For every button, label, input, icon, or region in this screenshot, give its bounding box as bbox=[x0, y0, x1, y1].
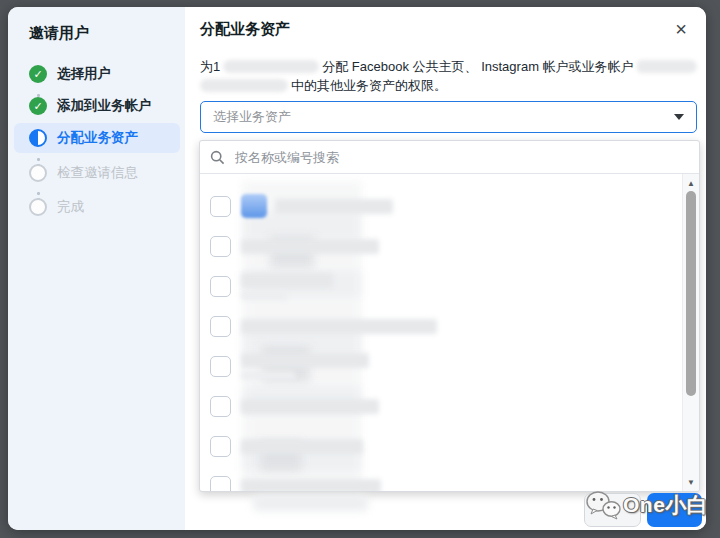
asset-select-dropdown[interactable]: 选择业务资产 bbox=[200, 101, 697, 133]
check-circle-icon: ✓ bbox=[29, 97, 47, 115]
scroll-down-icon[interactable]: ▼ bbox=[683, 475, 699, 489]
redacted-asset-id bbox=[241, 291, 287, 300]
asset-checkbox[interactable] bbox=[210, 356, 231, 377]
redacted-asset-name bbox=[241, 239, 379, 254]
assign-assets-description: 为1 分配 Facebook 公共主页、 Instagram 帐户或业务帐户 中… bbox=[200, 57, 705, 95]
redacted-business-name bbox=[637, 60, 697, 73]
scroll-up-icon[interactable]: ▲ bbox=[683, 176, 699, 190]
asset-search-bar bbox=[200, 141, 699, 174]
asset-list-item[interactable] bbox=[200, 346, 678, 386]
step-label: 完成 bbox=[57, 198, 84, 216]
step-label: 添加到业务帐户 bbox=[57, 97, 152, 115]
asset-list-item[interactable] bbox=[200, 306, 678, 346]
redacted-asset-name bbox=[241, 439, 363, 454]
step-done: 完成 bbox=[14, 192, 180, 222]
asset-list-item[interactable] bbox=[200, 226, 678, 266]
description-text: 中的其他业务资产的权限。 bbox=[291, 76, 447, 95]
empty-circle-icon bbox=[29, 198, 47, 216]
asset-dropdown-panel: ▲ ▼ bbox=[199, 140, 700, 492]
asset-list-item[interactable] bbox=[200, 426, 678, 466]
search-icon bbox=[210, 150, 225, 165]
description-text: 为1 bbox=[200, 57, 220, 76]
asset-list-item[interactable] bbox=[200, 466, 678, 492]
cancel-button[interactable] bbox=[584, 493, 641, 527]
redacted-asset-name bbox=[241, 273, 333, 288]
redacted-asset-name bbox=[241, 319, 437, 334]
dialog-main-panel: 分配业务资产 × 为1 分配 Facebook 公共主页、 Instagram … bbox=[185, 7, 706, 530]
redacted-asset-name bbox=[241, 353, 369, 368]
description-text: 分配 Facebook 公共主页、 Instagram 帐户或业务帐户 bbox=[322, 57, 633, 76]
asset-checkbox[interactable] bbox=[210, 476, 231, 493]
list-scrollbar[interactable]: ▲ ▼ bbox=[682, 174, 699, 491]
redacted-asset-name bbox=[275, 199, 393, 214]
asset-checkbox[interactable] bbox=[210, 436, 231, 457]
wizard-title: 邀请用户 bbox=[29, 24, 89, 43]
asset-checkbox[interactable] bbox=[210, 396, 231, 417]
empty-circle-icon bbox=[29, 164, 47, 182]
redacted-asset-id bbox=[241, 371, 295, 380]
confirm-button[interactable] bbox=[647, 493, 702, 527]
asset-checkbox[interactable] bbox=[210, 276, 231, 297]
close-icon[interactable]: × bbox=[669, 17, 693, 41]
wizard-sidebar: 邀请用户 ✓ 选择用户 ✓ 添加到业务帐户 分配业务资产 检查邀请信息 完成 bbox=[8, 7, 185, 530]
redacted-mosaic bbox=[253, 495, 368, 511]
step-add-to-business[interactable]: ✓ 添加到业务帐户 bbox=[14, 91, 180, 121]
invite-user-dialog: 邀请用户 ✓ 选择用户 ✓ 添加到业务帐户 分配业务资产 检查邀请信息 完成 分… bbox=[8, 7, 706, 530]
asset-search-input[interactable] bbox=[233, 149, 689, 166]
asset-avatar-redacted bbox=[241, 194, 267, 218]
redacted-asset-name bbox=[241, 399, 379, 414]
asset-list-item[interactable] bbox=[200, 186, 678, 226]
step-assign-assets[interactable]: 分配业务资产 bbox=[14, 123, 180, 153]
step-label: 选择用户 bbox=[57, 65, 111, 83]
step-review-invite: 检查邀请信息 bbox=[14, 158, 180, 188]
step-select-users[interactable]: ✓ 选择用户 bbox=[14, 59, 180, 89]
page-title: 分配业务资产 bbox=[200, 20, 290, 39]
redacted-business-name bbox=[200, 79, 288, 92]
asset-checkbox[interactable] bbox=[210, 236, 231, 257]
step-label: 分配业务资产 bbox=[57, 129, 138, 147]
asset-checkbox[interactable] bbox=[210, 196, 231, 217]
asset-list-item[interactable] bbox=[200, 266, 678, 306]
asset-checkbox[interactable] bbox=[210, 316, 231, 337]
step-label: 检查邀请信息 bbox=[57, 164, 138, 182]
redacted-user-name bbox=[223, 60, 319, 73]
scrollbar-thumb[interactable] bbox=[686, 191, 696, 396]
asset-list-item[interactable] bbox=[200, 386, 678, 426]
chevron-down-icon bbox=[674, 114, 684, 120]
redacted-asset-name bbox=[241, 479, 381, 493]
asset-select-placeholder: 选择业务资产 bbox=[213, 108, 674, 126]
half-filled-progress-icon bbox=[29, 129, 47, 147]
check-circle-icon: ✓ bbox=[29, 65, 47, 83]
